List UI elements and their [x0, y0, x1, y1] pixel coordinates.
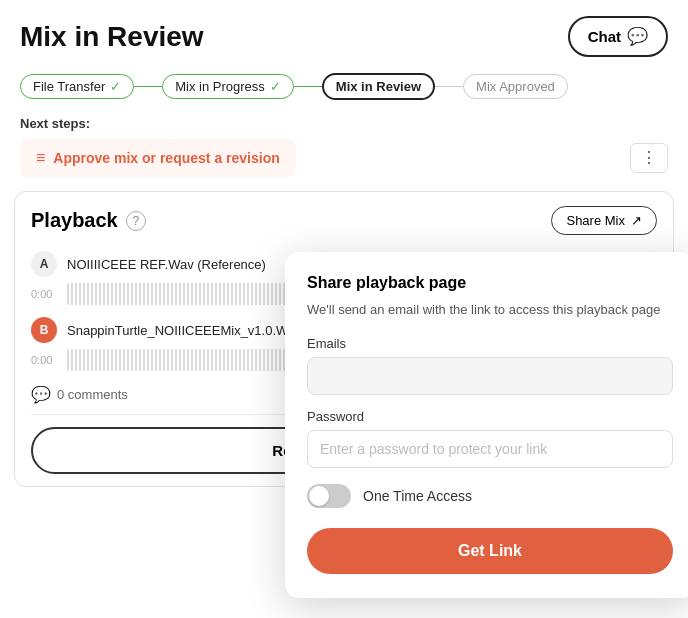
connector-2 [294, 86, 322, 88]
next-step-text: Approve mix or request a revision [53, 150, 279, 166]
playback-section: Playback ? Share Mix ↗ A NOIIIICEEE REF.… [14, 191, 674, 487]
next-steps-label: Next steps: [20, 116, 668, 131]
connector-3 [435, 86, 463, 88]
more-options-button[interactable]: ⋮ [630, 143, 668, 173]
chat-label: Chat [588, 28, 621, 45]
share-mix-button[interactable]: Share Mix ↗ [551, 206, 657, 235]
list-icon: ≡ [36, 149, 45, 167]
step-mix-in-review[interactable]: Mix in Review [322, 73, 435, 100]
password-input[interactable] [307, 430, 673, 468]
track-a-name: NOIIIICEEE REF.Wav (Reference) [67, 257, 266, 272]
one-time-toggle[interactable] [307, 484, 351, 508]
emails-label: Emails [307, 336, 673, 351]
playback-title: Playback [31, 209, 118, 232]
get-link-button[interactable]: Get Link [307, 528, 673, 574]
track-b-time: 0:00 [31, 354, 59, 366]
page-header: Mix in Review Chat 💬 [0, 0, 688, 65]
comment-icon: 💬 [31, 385, 51, 404]
share-panel-title: Share playback page [307, 274, 673, 292]
emails-input[interactable] [307, 357, 673, 395]
step-label-mix-in-review: Mix in Review [322, 73, 435, 100]
track-a-badge: A [31, 251, 57, 277]
one-time-access-row: One Time Access [307, 484, 673, 508]
share-panel-description: We'll send an email with the link to acc… [307, 300, 673, 320]
password-wrap [307, 430, 673, 468]
share-icon: ↗ [631, 213, 642, 228]
playback-header: Playback ? Share Mix ↗ [15, 192, 673, 245]
chat-icon: 💬 [627, 26, 648, 47]
chat-button[interactable]: Chat 💬 [568, 16, 668, 57]
approve-or-revision-button[interactable]: ≡ Approve mix or request a revision [20, 139, 296, 177]
track-b-badge: B [31, 317, 57, 343]
password-label: Password [307, 409, 673, 424]
share-mix-label: Share Mix [566, 213, 625, 228]
playback-title-row: Playback ? [31, 209, 146, 232]
check-icon-file-transfer: ✓ [110, 79, 121, 94]
connector-1 [134, 86, 162, 88]
step-label-mix-in-progress: Mix in Progress ✓ [162, 74, 294, 99]
step-label-file-transfer: File Transfer ✓ [20, 74, 134, 99]
check-icon-mix-in-progress: ✓ [270, 79, 281, 94]
share-panel: Share playback page We'll send an email … [285, 252, 688, 598]
track-b-name: SnappinTurtle_NOIIICEEEMix_v1.0.W [67, 323, 288, 338]
step-mix-in-progress[interactable]: Mix in Progress ✓ [162, 74, 294, 99]
next-steps-row: ≡ Approve mix or request a revision ⋮ [20, 139, 668, 177]
next-steps-section: Next steps: ≡ Approve mix or request a r… [0, 110, 688, 177]
progress-steps: File Transfer ✓ Mix in Progress ✓ Mix in… [0, 65, 688, 110]
step-file-transfer[interactable]: File Transfer ✓ [20, 74, 134, 99]
playback-help-button[interactable]: ? [126, 211, 146, 231]
track-a-time: 0:00 [31, 288, 59, 300]
toggle-thumb [309, 486, 329, 506]
one-time-label: One Time Access [363, 488, 472, 504]
step-label-mix-approved: Mix Approved [463, 74, 568, 99]
step-mix-approved[interactable]: Mix Approved [463, 74, 568, 99]
comment-count: 0 comments [57, 387, 128, 402]
page-title: Mix in Review [20, 21, 204, 53]
